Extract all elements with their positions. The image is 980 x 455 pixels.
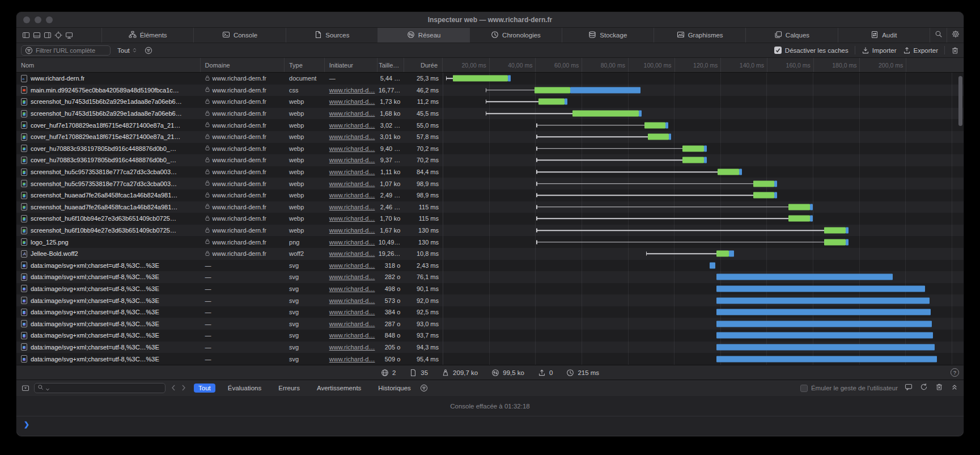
column-header-duree[interactable]: Durée [404, 58, 443, 72]
table-row[interactable]: cover_huf7e1708829ea18f6715e48271400e87a… [16, 119, 964, 131]
initiator-link[interactable]: www.richard-d… [329, 239, 375, 246]
scroll-corner[interactable] [954, 58, 964, 72]
initiator-link[interactable]: www.richard-d… [329, 133, 375, 140]
resource-type-dropdown[interactable]: Tout [117, 47, 138, 54]
console-bubble-button[interactable] [905, 383, 913, 393]
filter-options-button[interactable] [145, 47, 152, 54]
tab-layers[interactable]: Calques [745, 28, 837, 43]
initiator-link[interactable]: www.richard-d… [329, 215, 375, 222]
tab-storage[interactable]: Stockage [562, 28, 654, 43]
console-prompt-row[interactable]: ❯ [16, 416, 964, 432]
device-icon[interactable] [65, 31, 73, 39]
reload-button[interactable] [920, 383, 928, 393]
previous-result-button[interactable] [171, 383, 176, 393]
minimize-window-button[interactable] [35, 16, 41, 23]
initiator-link[interactable]: www.richard-d… [329, 168, 375, 175]
initiator-link[interactable]: www.richard-d… [329, 321, 375, 327]
table-row[interactable]: data:image/svg+xml;charset=utf-8,%3C…%3E… [16, 283, 964, 295]
dock-left-icon[interactable] [22, 31, 30, 39]
initiator-link[interactable]: www.richard-d… [329, 192, 375, 199]
table-row[interactable]: www.richard-dern.frwww.richard-dern.frdo… [16, 73, 964, 85]
help-button[interactable]: ? [951, 368, 959, 377]
table-row[interactable]: screenshot_hu7453d15b6b2a929e1adaa8e7a06… [16, 96, 964, 108]
settings-button[interactable] [947, 28, 964, 43]
column-header-taille[interactable]: Taille… [377, 58, 404, 72]
initiator-link[interactable]: www.richard-d… [329, 262, 375, 269]
disable-caches-checkbox-row[interactable]: Désactiver les caches [774, 47, 849, 54]
table-row[interactable]: data:image/svg+xml;charset=utf-8,%3C…%3E… [16, 318, 964, 330]
vertical-scrollbar-thumb[interactable] [958, 76, 962, 126]
initiator-link[interactable]: www.richard-d… [329, 157, 375, 163]
url-filter-input[interactable]: Filtrer l'URL complète [21, 45, 111, 56]
table-row[interactable]: screenshot_hu6f10bb94e27e3d63b651409cb07… [16, 225, 964, 237]
table-row[interactable]: data:image/svg+xml;charset=utf-8,%3C…%3E… [16, 294, 964, 306]
initiator-link[interactable]: www.richard-d… [329, 332, 375, 339]
console-scope-erreurs[interactable]: Erreurs [274, 384, 304, 393]
collapse-drawer-button[interactable] [951, 383, 958, 393]
table-row[interactable]: screenshot_huaead7fe26a8458fcac1a46b824a… [16, 189, 964, 201]
tab-timelines[interactable]: Chronologies [469, 28, 561, 43]
table-row[interactable]: Jellee-Bold.woff2www.richard-dern.frwoff… [16, 248, 964, 260]
initiator-link[interactable]: www.richard-d… [329, 87, 375, 94]
search-button[interactable] [930, 28, 947, 43]
initiator-link[interactable]: www.richard-d… [329, 356, 375, 363]
initiator-link[interactable]: www.richard-d… [329, 273, 375, 280]
column-header-initiateur[interactable]: Initiateur [325, 58, 378, 72]
emulate-user-gesture-checkbox[interactable] [800, 385, 808, 392]
emulate-user-gesture-row[interactable]: Émuler le geste de l'utilisateur [800, 385, 898, 392]
tab-sources[interactable]: Sources [286, 28, 377, 43]
console-scope-picker[interactable] [22, 384, 29, 392]
clear-network-items-button[interactable] [951, 47, 959, 54]
console-scope-historiques[interactable]: Historiques [374, 384, 415, 393]
tab-network[interactable]: Réseau [377, 28, 469, 43]
table-row[interactable]: main.min.d9924575ec0bba420589a48d5190fbc… [16, 85, 964, 96]
initiator-link[interactable]: www.richard-d… [329, 309, 375, 315]
tab-audit[interactable]: Audit [838, 28, 930, 43]
next-result-button[interactable] [181, 383, 186, 393]
table-row[interactable]: screenshot_hu6f10bb94e27e3d63b651409cb07… [16, 213, 964, 225]
initiator-link[interactable]: www.richard-d… [329, 250, 375, 257]
initiator-link[interactable]: www.richard-d… [329, 227, 375, 234]
table-row[interactable]: cover_hu70883c936197805bd916c4488876d0b0… [16, 154, 964, 166]
initiator-link[interactable]: www.richard-d… [329, 344, 375, 351]
table-row[interactable]: logo_125.pngwww.richard-dern.frpngwww.ri… [16, 236, 964, 248]
export-button[interactable]: Exporter [903, 47, 938, 54]
initiator-link[interactable]: www.richard-d… [329, 110, 375, 117]
table-row[interactable]: data:image/svg+xml;charset=utf-8,%3C…%3E… [16, 353, 964, 365]
table-row[interactable]: screenshot_hu5c957353818e777ca27d3c3cba0… [16, 178, 964, 189]
import-button[interactable]: Importer [862, 47, 897, 54]
initiator-link[interactable]: www.richard-d… [329, 204, 375, 210]
close-window-button[interactable] [23, 16, 30, 23]
zoom-window-button[interactable] [46, 16, 53, 23]
console-scope-évaluations[interactable]: Évaluations [223, 384, 266, 393]
initiator-link[interactable]: www.richard-d… [329, 122, 375, 129]
console-scope-tout[interactable]: Tout [194, 384, 215, 393]
table-row[interactable]: screenshot_hu5c957353818e777ca27d3c3cba0… [16, 166, 964, 178]
tab-elements[interactable]: Éléments [101, 28, 193, 43]
dock-right-icon[interactable] [44, 31, 52, 39]
table-row[interactable]: data:image/svg+xml;charset=utf-8,%3C…%3E… [16, 271, 964, 283]
console-search-input[interactable] [34, 383, 166, 393]
element-picker-icon[interactable] [54, 31, 62, 39]
table-row[interactable]: screenshot_huaead7fe26a8458fcac1a46b824a… [16, 201, 964, 213]
console-filter-options-button[interactable] [420, 384, 428, 392]
table-row[interactable]: data:image/svg+xml;charset=utf-8,%3C…%3E… [16, 330, 964, 342]
table-row[interactable]: data:image/svg+xml;charset=utf-8,%3C…%3E… [16, 306, 964, 318]
column-header-domaine[interactable]: Domaine [201, 58, 285, 72]
table-row[interactable]: cover_huf7e1708829ea18f6715e48271400e87a… [16, 131, 964, 143]
table-row[interactable]: screenshot_hu7453d15b6b2a929e1adaa8e7a06… [16, 108, 964, 120]
column-header-type[interactable]: Type [285, 58, 325, 72]
dock-bottom-icon[interactable] [33, 31, 41, 39]
initiator-link[interactable]: www.richard-d… [329, 180, 375, 187]
table-row[interactable]: data:image/svg+xml;charset=utf-8,%3C…%3E… [16, 342, 964, 353]
disable-caches-checkbox[interactable] [774, 47, 782, 54]
tab-graphics[interactable]: Graphismes [654, 28, 745, 43]
initiator-link[interactable]: www.richard-d… [329, 297, 375, 304]
table-row[interactable]: cover_hu70883c936197805bd916c4488876d0b0… [16, 143, 964, 155]
initiator-link[interactable]: www.richard-d… [329, 145, 375, 152]
initiator-link[interactable]: www.richard-d… [329, 285, 375, 292]
initiator-link[interactable]: www.richard-d… [329, 98, 375, 105]
clear-console-button[interactable] [935, 383, 943, 393]
table-row[interactable]: data:image/svg+xml;charset=utf-8,%3C…%3E… [16, 260, 964, 272]
console-scope-avertissements[interactable]: Avertissements [312, 384, 366, 393]
